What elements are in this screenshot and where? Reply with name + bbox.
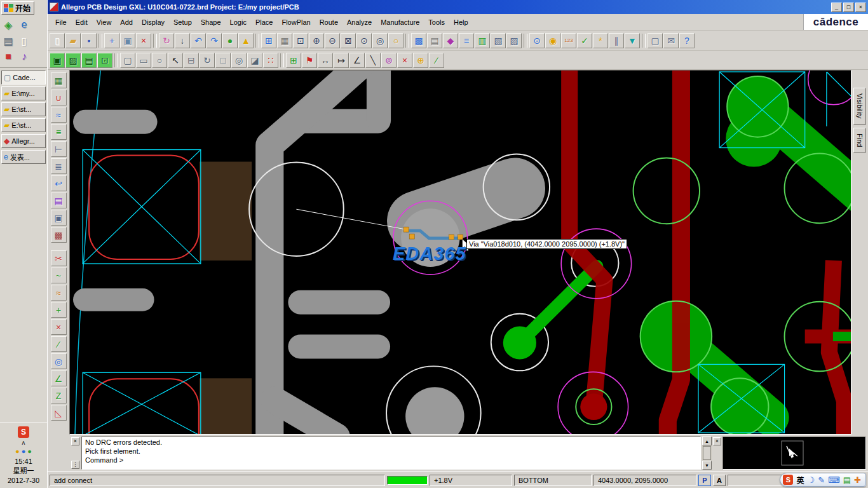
taskbar-task-2[interactable]: ▰E:\st... bbox=[1, 102, 46, 116]
zoom-world-icon[interactable]: ⊙ bbox=[356, 33, 372, 48]
tray-safety-icon[interactable]: ● bbox=[27, 447, 32, 455]
design-canvas[interactable]: EDA365 Via "Via018d010, (4042.0000 2095.… bbox=[69, 70, 851, 435]
dim-horizontal-icon[interactable]: ↔ bbox=[318, 53, 333, 68]
zoom-by-points-icon[interactable]: ⊡ bbox=[293, 33, 308, 48]
measure-icon[interactable]: 123 bbox=[561, 33, 576, 48]
taskbar-task-5[interactable]: e发表... bbox=[1, 150, 46, 164]
origin-icon[interactable]: ⊕ bbox=[413, 53, 428, 68]
padstack-icon[interactable]: ▤ bbox=[427, 33, 442, 48]
unrats-icon[interactable]: ∪ bbox=[51, 90, 67, 105]
flag-icon[interactable]: ⚑ bbox=[302, 53, 317, 68]
taskbar-task-4[interactable]: ◆Allegr... bbox=[1, 134, 46, 148]
ql-tool-icon[interactable]: ■ bbox=[1, 50, 15, 64]
zoom-fit-icon[interactable]: ⊠ bbox=[341, 33, 356, 48]
color-icon[interactable]: ◆ bbox=[443, 33, 458, 48]
ql-browser-icon[interactable]: e bbox=[17, 18, 31, 32]
vertex-add-icon[interactable]: + bbox=[51, 302, 67, 318]
filter-icon[interactable]: ▼ bbox=[625, 33, 640, 48]
taskbar-task-1[interactable]: ▰E:\my... bbox=[1, 86, 46, 100]
menu-shape[interactable]: Shape bbox=[196, 17, 226, 28]
ql-media-icon[interactable]: ♪ bbox=[17, 50, 31, 64]
menu-display[interactable]: Display bbox=[137, 17, 169, 28]
collapse-tray-button[interactable]: ∧ bbox=[21, 440, 25, 445]
scroll-down-button[interactable]: ▼ bbox=[702, 461, 712, 470]
drop-icon[interactable]: ↓ bbox=[175, 33, 190, 48]
custom-smooth-icon[interactable]: ∠ bbox=[51, 370, 67, 386]
application-mode-button[interactable]: A bbox=[713, 475, 726, 486]
shape-select-icon[interactable]: ⊡ bbox=[97, 53, 112, 68]
rect-icon[interactable]: ▭ bbox=[136, 53, 151, 68]
rotate-icon[interactable]: ↻ bbox=[200, 53, 215, 68]
columns-icon[interactable]: ∥ bbox=[609, 33, 624, 48]
delete-vertex-icon[interactable]: × bbox=[397, 53, 412, 68]
cut-icon[interactable]: ✂ bbox=[51, 250, 67, 266]
dots-icon[interactable]: ∷ bbox=[263, 53, 278, 68]
dfm-icon[interactable]: ▨ bbox=[506, 33, 522, 48]
shape-circle-icon[interactable]: ▤ bbox=[81, 53, 97, 68]
ql-page-icon[interactable]: ▯ bbox=[17, 34, 31, 48]
ql-launcher-icon[interactable]: ◈ bbox=[1, 18, 15, 32]
check-icon[interactable]: ✓ bbox=[577, 33, 592, 48]
shape-add-icon[interactable]: ▩ bbox=[411, 33, 426, 48]
line-icon[interactable]: ╲ bbox=[365, 53, 381, 68]
shape-polygon-icon[interactable]: ▣ bbox=[50, 53, 65, 68]
zoom-out-icon[interactable]: ⊖ bbox=[325, 33, 340, 48]
pin-grid-icon[interactable]: ⊞ bbox=[286, 53, 301, 68]
slope-icon[interactable]: ∕ bbox=[429, 53, 444, 68]
worldview-close-button[interactable]: × bbox=[713, 437, 721, 445]
menu-manufacture[interactable]: Manufacture bbox=[376, 17, 424, 28]
sogou-logo-icon[interactable]: S bbox=[783, 475, 793, 485]
square-icon[interactable]: □ bbox=[215, 53, 231, 68]
clipboard-icon[interactable]: ▤ bbox=[843, 476, 851, 484]
probe-icon[interactable]: ◎ bbox=[51, 353, 67, 369]
console-detach-button[interactable]: ⋮ bbox=[71, 461, 79, 469]
measure-tool-icon[interactable]: ⊢ bbox=[51, 141, 67, 157]
menu-add[interactable]: Add bbox=[116, 17, 137, 28]
zoom-in-icon[interactable]: ⊕ bbox=[309, 33, 324, 48]
toolbox-icon[interactable]: ✚ bbox=[854, 476, 861, 484]
cam-icon[interactable]: ▥ bbox=[475, 33, 490, 48]
menu-place[interactable]: Place bbox=[251, 17, 278, 28]
xsection-icon[interactable]: ≡ bbox=[459, 33, 474, 48]
donut-icon[interactable]: ◉ bbox=[545, 33, 560, 48]
pointer-icon[interactable]: ↖ bbox=[168, 53, 183, 68]
overlap-icon[interactable]: ⊟ bbox=[184, 53, 199, 68]
tab-visibility[interactable]: Visibility bbox=[853, 88, 866, 125]
console-output[interactable]: No DRC errors detected.Pick first elemen… bbox=[81, 437, 701, 470]
half-square-icon[interactable]: ◪ bbox=[247, 53, 262, 68]
help-icon[interactable]: ? bbox=[679, 33, 695, 48]
pen-icon[interactable]: ✎ bbox=[818, 476, 825, 484]
windows-icon[interactable]: ▢ bbox=[648, 33, 663, 48]
start-button[interactable]: 开始 bbox=[1, 1, 34, 15]
export-icon[interactable]: ✉ bbox=[663, 33, 679, 48]
redo-icon[interactable]: ↷ bbox=[207, 33, 222, 48]
menu-setup[interactable]: Setup bbox=[169, 17, 196, 28]
tray-network-icon[interactable]: ● bbox=[22, 447, 26, 455]
report-icon[interactable]: ▤ bbox=[51, 193, 67, 208]
save-drawing-icon[interactable]: ▪ bbox=[81, 33, 97, 48]
scroll-thumb[interactable] bbox=[703, 446, 711, 460]
net-schedule-icon[interactable]: Z bbox=[51, 388, 67, 403]
menu-help[interactable]: Help bbox=[449, 17, 473, 28]
sogou-ime-bar[interactable]: S 英 ☽✎⌨▤✚ bbox=[780, 473, 866, 487]
taskbar-task-0[interactable]: ▢Cade... bbox=[1, 71, 46, 85]
disc-icon[interactable]: ◎ bbox=[231, 53, 247, 68]
spin-icon[interactable]: ↻ bbox=[159, 33, 174, 48]
moon-icon[interactable]: ☽ bbox=[807, 476, 815, 484]
slide-etch-icon[interactable]: ~ bbox=[51, 268, 67, 283]
sogou-tray-icon[interactable]: S bbox=[18, 426, 29, 438]
new-drawing-icon[interactable]: ▯ bbox=[50, 33, 65, 48]
dim-leader-icon[interactable]: ↦ bbox=[334, 53, 349, 68]
console-close-button[interactable]: × bbox=[71, 437, 79, 445]
taskbar-task-3[interactable]: ▰E:\st... bbox=[1, 118, 46, 132]
component-icon[interactable]: ▣ bbox=[51, 210, 67, 226]
delay-tune-icon[interactable]: ≈ bbox=[51, 285, 67, 301]
concentric-icon[interactable]: ⊚ bbox=[381, 53, 397, 68]
shape-rect-icon[interactable]: ▨ bbox=[65, 53, 81, 68]
layer-stack-icon[interactable]: ≣ bbox=[51, 158, 67, 174]
ql-document-icon[interactable]: ▤ bbox=[1, 34, 15, 48]
vertex-delete-icon[interactable]: × bbox=[51, 319, 67, 335]
copy-icon[interactable]: ▣ bbox=[120, 33, 135, 48]
world-view[interactable] bbox=[722, 437, 866, 470]
menu-view[interactable]: View bbox=[92, 17, 116, 28]
